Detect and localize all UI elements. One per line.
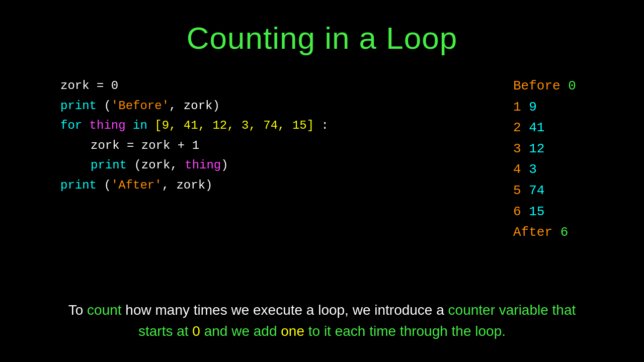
bottom-rest: to it each time through the loop. [304,323,506,339]
bottom-one: one [281,323,304,339]
output-val-2: 41 [529,120,544,135]
output-val-5: 74 [529,183,544,198]
code-print-kw-1: print [60,99,104,113]
code-print-kw-3: print [60,178,104,192]
code-print-paren-1: ( [104,99,111,113]
code-line-2: print ('Before', zork) [60,96,473,116]
code-line-3: for thing in [9, 41, 12, 3, 74, 15] : [60,116,473,136]
output-val-1: 9 [529,100,537,115]
code-thing-var: thing [90,119,126,132]
code-colon: : [314,119,329,132]
code-for-kw: for [60,119,90,132]
output-block: Before 0 1 9 2 41 3 12 4 3 5 74 6 15 Aft… [513,76,614,243]
output-after-val: 6 [560,225,569,240]
output-before-val: 0 [568,78,576,94]
code-zork-assign: zork = zork + 1 [91,139,199,152]
output-row-1: 1 9 [513,97,614,118]
content-area: zork = 0 print ('Before', zork) for thin… [0,76,644,243]
code-thing-ref: thing [185,158,221,172]
code-print-args-2: (zork, [134,158,185,172]
code-print-paren-3: ( [104,178,111,192]
bottom-line-1: To count how many times we execute a loo… [30,300,614,321]
output-val-6: 15 [529,204,544,219]
code-block: zork = 0 print ('Before', zork) for thin… [60,76,473,243]
bottom-zero: 0 [192,323,200,339]
code-in-kw: in [126,119,155,132]
output-row-2: 2 41 [513,118,614,139]
output-val-4: 3 [529,162,537,177]
output-num-5: 5 [513,183,529,198]
bottom-line-2: starts at 0 and we add one to it each ti… [30,321,614,342]
code-line-4: zork = zork + 1 [60,136,473,156]
code-before-str: 'Before' [111,99,169,113]
code-line-5: print (zork, thing) [60,155,473,175]
code-zork-var: zork = 0 [60,79,118,93]
bottom-starts: starts at [138,323,192,339]
output-row-4: 4 3 [513,159,614,180]
bottom-to: To [68,302,87,318]
output-num-4: 4 [513,162,529,177]
code-print-args-1: , zork) [169,99,220,113]
output-before: Before 0 [513,76,614,97]
code-print-args-3: , zork) [162,178,213,192]
output-row-6: 6 15 [513,202,614,223]
output-num-3: 3 [513,141,529,156]
bottom-and-add: and we add [200,323,281,339]
code-after-str: 'After' [111,178,162,192]
output-row-5: 5 74 [513,180,614,202]
page-title: Counting in a Loop [0,0,644,56]
output-val-3: 12 [529,141,544,156]
bottom-mid1: how many times we execute a loop, we int… [122,302,448,318]
output-after-label: After [513,225,560,240]
code-list: [9, 41, 12, 3, 74, 15] [154,119,314,132]
bottom-count-word: count [87,302,122,318]
code-line-6: print ('After', zork) [60,175,473,196]
output-num-6: 6 [513,204,529,219]
output-num-2: 2 [513,120,529,135]
bottom-text: To count how many times we execute a loo… [0,300,644,342]
output-after: After 6 [513,222,614,243]
code-print-close-2: ) [221,158,228,172]
output-num-1: 1 [513,100,529,115]
output-before-label: Before [513,78,568,94]
code-print-kw-2: print [91,158,134,172]
bottom-counter-word: counter variable that [448,302,576,318]
code-line-1: zork = 0 [60,76,473,96]
output-row-3: 3 12 [513,139,614,160]
